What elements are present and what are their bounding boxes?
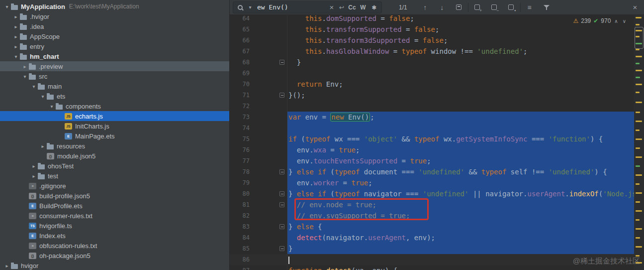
stripe-mark[interactable] [636,237,640,239]
code-line-68[interactable]: 68 } [230,57,634,68]
code-line-76[interactable]: 76 env.wxa = true; [230,144,634,155]
chevron-right-icon[interactable]: ▸ [30,163,38,169]
chevron-right-icon[interactable]: ▸ [12,34,20,39]
stripe-mark[interactable] [636,165,640,167]
next-problem-chevron-down-icon[interactable]: ∨ [622,18,627,24]
code-line-84[interactable]: 84 detect(navigator.userAgent, env); [230,232,634,243]
show-results-lines-button[interactable] [525,2,535,12]
line-number[interactable]: 76 [230,144,250,155]
code-line-79[interactable]: 79 env.worker = true; [230,177,634,188]
stripe-mark[interactable] [636,17,642,18]
stripe-mark[interactable] [636,121,642,122]
stripe-mark[interactable] [636,156,642,158]
line-number[interactable]: 87 [230,265,250,270]
tree-item-hvigor[interactable]: ▸hvigor [0,261,229,270]
fold-marker-icon[interactable] [279,169,284,174]
code-line-67[interactable]: 67 this.hasGlobalWindow = typeof window … [230,46,634,57]
open-in-find-window-button[interactable] [454,2,464,12]
line-number[interactable]: 85 [230,243,250,254]
tree-item-components[interactable]: ▾components [0,101,229,111]
chevron-right-icon[interactable]: ▸ [12,44,20,49]
code-line-82[interactable]: 82 // env.svgSupported = true; [230,210,634,221]
stripe-mark[interactable] [636,246,642,248]
stripe-mark[interactable] [636,84,642,85]
tree-item-entry[interactable]: ▸entry [0,41,229,51]
stripe-mark[interactable] [636,49,640,50]
chevron-down-icon[interactable]: ▾ [21,74,29,79]
line-number[interactable]: 70 [230,79,250,90]
error-stripe-scrollbar[interactable] [634,0,644,270]
code-line-65[interactable]: 65 this.transformSupported = false; [230,24,634,35]
tree-item-test[interactable]: ▸test [0,171,229,181]
fold-marker-icon[interactable] [279,224,284,229]
remove-occurrence-button[interactable] [489,2,499,12]
tree-item-resources[interactable]: ▸resources [0,141,229,151]
inspections-widget[interactable]: 239 970 ∧ ∨ [570,16,630,25]
code-line-85[interactable]: 85} [230,243,634,254]
chevron-down-icon[interactable]: ▾ [12,54,20,59]
line-number[interactable]: 81 [230,199,250,210]
chevron-down-icon[interactable]: ▾ [30,84,38,89]
fold-marker-icon[interactable] [279,246,284,251]
match-case-toggle[interactable]: Cc [347,4,358,11]
tree-item-MyApplication[interactable]: ▾MyApplicationE:\work\test\MyApplication [0,1,229,11]
tree-item-ets[interactable]: ▾ets [0,91,229,101]
line-number[interactable]: 78 [230,166,250,177]
chevron-right-icon[interactable]: ▸ [30,173,38,179]
line-number[interactable]: 77 [230,155,250,166]
stripe-mark[interactable] [636,210,642,212]
tree-item-echarts.js[interactable]: JSecharts.js [0,111,229,121]
line-number[interactable]: 75 [230,134,250,144]
search-icon[interactable] [235,2,245,12]
line-number[interactable]: 83 [230,221,250,232]
add-occurrence-button[interactable] [472,2,482,12]
tree-item-main[interactable]: ▾main [0,81,229,91]
search-history-chevron-down-icon[interactable] [245,2,255,12]
clear-search-icon[interactable] [327,2,337,12]
tree-item-obfuscation-rules.txt[interactable]: ≡obfuscation-rules.txt [0,241,229,251]
code-line-81[interactable]: 81 // env.node = true; [230,199,634,210]
chevron-right-icon[interactable]: ▸ [12,14,20,19]
code-line-69[interactable]: 69 [230,68,634,79]
tree-item-build-profile.json5[interactable]: {}build-profile.json5 [0,191,229,201]
chevron-down-icon[interactable]: ▾ [3,4,11,9]
tree-item-MainPage.ets[interactable]: EMainPage.ets [0,131,229,141]
stripe-mark[interactable] [636,219,640,221]
chevron-right-icon[interactable]: ▸ [39,143,47,149]
tree-item-src[interactable]: ▾src [0,71,229,81]
tree-item-hvigorfile.ts[interactable]: TShvigorfile.ts [0,221,229,231]
line-number[interactable]: 66 [230,35,250,46]
code-line-71[interactable]: 71}(); [230,90,634,101]
search-query-input[interactable]: ew Env() [255,3,327,11]
chevron-right-icon[interactable]: ▸ [12,24,20,29]
filter-results-button[interactable] [542,2,552,12]
tree-item-ohosTest[interactable]: ▸ohosTest [0,161,229,171]
line-number[interactable]: 71 [230,90,250,101]
stripe-mark[interactable] [636,138,642,140]
code-line-78[interactable]: 78} else if (typeof document === 'undefi… [230,166,634,177]
code-line-73[interactable]: 73var env = new Env(); [230,112,634,123]
stripe-mark[interactable] [636,92,640,93]
tree-item-.idea[interactable]: ▸.idea [0,21,229,31]
tree-item-.gitignore[interactable]: ≡.gitignore [0,181,229,191]
previous-problem-chevron-up-icon[interactable]: ∧ [613,18,619,24]
stripe-mark[interactable] [636,30,642,31]
code-line-75[interactable]: 75if (typeof wx === 'object' && typeof w… [230,134,634,144]
line-number[interactable]: 69 [230,68,250,79]
tree-item-Index.ets[interactable]: EIndex.ets [0,231,229,241]
tree-item-AppScope[interactable]: ▸AppScope [0,31,229,41]
stripe-mark[interactable] [636,77,640,78]
line-number[interactable]: 68 [230,57,250,68]
code-line-72[interactable]: 72 [230,101,634,112]
fold-marker-icon[interactable] [279,60,284,65]
stripe-mark[interactable] [636,228,642,230]
line-number[interactable]: 74 [230,123,250,134]
tree-item-consumer-rules.txt[interactable]: ≡consumer-rules.txt [0,211,229,221]
fold-marker-icon[interactable] [279,93,284,98]
select-all-occurrences-button[interactable] [506,2,516,12]
tree-item-hm_chart[interactable]: ▾hm_chart [0,51,229,61]
tree-item-InitCharts.js[interactable]: JSInitCharts.js [0,121,229,131]
line-number[interactable]: 67 [230,46,250,57]
line-number[interactable]: 82 [230,210,250,221]
stripe-mark[interactable] [636,63,640,64]
